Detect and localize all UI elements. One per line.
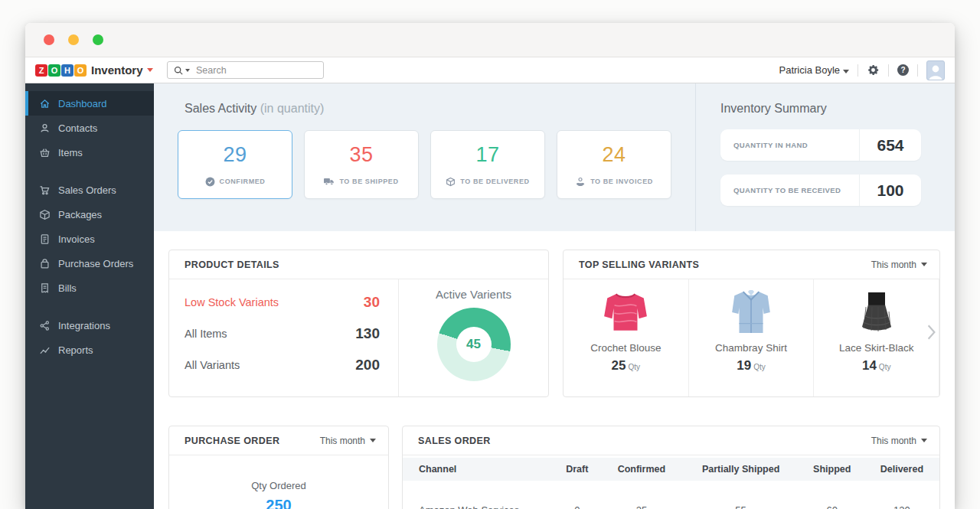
delivery-box-icon: [446, 177, 456, 187]
sidebar-item-contacts[interactable]: Contacts: [25, 116, 154, 140]
chevron-down-icon: [921, 263, 927, 266]
help-icon[interactable]: ?: [897, 64, 909, 76]
package-cube-icon: [38, 208, 51, 220]
app-window: Z O H O Inventory Search Patricia Boyle …: [25, 23, 955, 509]
top-selling-filter-dropdown[interactable]: This month: [871, 259, 927, 270]
variant-lace-skirt-black[interactable]: Lace Skirt-Black 14Qty: [814, 279, 939, 396]
sidebar-item-integrations[interactable]: Integrations: [25, 313, 154, 338]
bill-receipt-icon: [38, 282, 51, 294]
chambray-shirt-image: [728, 286, 774, 337]
sales-order-title: SALES ORDER: [418, 436, 491, 446]
search-input[interactable]: Search: [167, 61, 324, 79]
inventory-summary-section: Inventory Summary QUANTITY IN HAND 654 Q…: [695, 83, 955, 231]
sidebar-item-dashboard[interactable]: Dashboard: [25, 91, 154, 116]
search-scope-caret-icon[interactable]: [185, 69, 190, 72]
window-titlebar: [25, 23, 955, 57]
column-confirmed: Confirmed: [601, 464, 681, 475]
top-selling-title: TOP SELLING VARIANTS: [579, 259, 699, 270]
user-menu-caret-icon: [843, 70, 849, 73]
logo-tile-z: Z: [35, 64, 47, 77]
variant-chambray-shirt[interactable]: Chambray Shirt 19Qty: [689, 279, 815, 396]
zoom-window-button[interactable]: [93, 34, 103, 45]
sales-order-panel: SALES ORDER This month Channel Draft Con…: [402, 426, 940, 509]
sidebar-item-reports[interactable]: Reports: [25, 338, 154, 362]
confirmed-card[interactable]: 29 CONFIRMED: [178, 130, 292, 199]
crochet-blouse-image: [602, 286, 649, 337]
sidebar-group-gap: [25, 300, 154, 313]
product-name: Inventory: [91, 64, 143, 77]
zoho-logo[interactable]: Z O H O Inventory: [25, 64, 154, 77]
reports-chart-icon: [38, 344, 51, 356]
check-circle-icon: [205, 177, 215, 187]
org-switch-caret-icon[interactable]: [147, 68, 153, 72]
sales-activity-section: Sales Activity (in quantity) 29 CONFIRME…: [154, 83, 695, 231]
search-icon: [174, 66, 183, 75]
low-stock-variants-row[interactable]: Low Stock Variants 30: [185, 292, 380, 312]
column-partially-shipped: Partially Shipped: [681, 464, 799, 475]
minimize-window-button[interactable]: [68, 34, 79, 45]
to-be-invoiced-card[interactable]: 24 TO BE INVOICED: [557, 130, 671, 199]
variant-crochet-blouse[interactable]: Crochet Blouse 25Qty: [564, 279, 689, 396]
purchase-order-filter-dropdown[interactable]: This month: [320, 436, 376, 446]
to-be-shipped-card[interactable]: 35 TO BE SHIPPED: [304, 130, 419, 199]
user-menu[interactable]: Patricia Boyle: [779, 64, 849, 76]
sidebar-nav: Dashboard Contacts Items Sales Orders: [25, 83, 154, 509]
top-selling-variants-panel: TOP SELLING VARIANTS This month: [563, 250, 940, 397]
summary-strip: Sales Activity (in quantity) 29 CONFIRME…: [154, 83, 955, 231]
purchase-order-panel: PURCHASE ORDER This month Qty Ordered 25…: [168, 426, 389, 509]
close-window-button[interactable]: [44, 34, 54, 45]
column-draft: Draft: [553, 464, 601, 475]
dashboard-panels: PRODUCT DETAILS Low Stock Variants 30 Al…: [154, 231, 955, 509]
sidebar-item-sales-orders[interactable]: Sales Orders: [25, 178, 154, 202]
sales-order-table-header: Channel Draft Confirmed Partially Shippe…: [403, 458, 939, 481]
sidebar-group-gap: [25, 165, 154, 178]
qty-ordered-value: 250: [169, 497, 388, 509]
active-variants-label: Active Varients: [436, 288, 511, 301]
shopping-bag-icon: [38, 257, 51, 269]
inventory-summary-title: Inventory Summary: [720, 102, 955, 116]
sidebar-item-invoices[interactable]: Invoices: [25, 227, 154, 251]
all-items-row[interactable]: All Items 130: [185, 323, 380, 344]
sales-activity-title: Sales Activity (in quantity): [185, 102, 695, 116]
truck-icon: [324, 177, 335, 186]
chevron-down-icon: [921, 439, 927, 442]
app-header: Z O H O Inventory Search Patricia Boyle …: [25, 57, 955, 83]
lace-skirt-image: [855, 286, 898, 337]
column-delivered: Delivered: [864, 464, 939, 475]
hand-coin-icon: [575, 177, 586, 187]
integrations-icon: [38, 319, 51, 331]
user-avatar[interactable]: [926, 60, 945, 80]
search-placeholder: Search: [196, 65, 227, 76]
basket-icon: [38, 146, 51, 158]
carousel-next-chevron-icon[interactable]: [926, 324, 936, 344]
product-details-title: PRODUCT DETAILS: [185, 259, 279, 270]
logo-tile-h: H: [61, 64, 74, 77]
table-row: Amazon Web Services 0 25 55 60 120: [403, 498, 939, 509]
quantity-in-hand-row: QUANTITY IN HAND 654: [720, 129, 921, 161]
logo-tile-o2: O: [74, 64, 87, 77]
divider: [858, 64, 858, 77]
invoice-document-icon: [38, 233, 51, 245]
quantity-to-be-received-row: QUANTITY TO BE RECEIVED 100: [720, 175, 921, 206]
settings-gear-icon[interactable]: [867, 64, 880, 77]
qty-ordered-label: Qty Ordered: [169, 480, 388, 491]
sidebar-item-bills[interactable]: Bills: [25, 276, 154, 300]
to-be-delivered-card[interactable]: 17 TO BE DELIVERED: [430, 130, 545, 199]
donut-value: 45: [456, 327, 492, 362]
all-variants-row[interactable]: All Variants 200: [185, 354, 380, 375]
purchase-order-title: PURCHASE ORDER: [185, 436, 279, 446]
divider: [888, 64, 889, 77]
active-variants-donut: 45: [437, 308, 511, 381]
column-channel: Channel: [403, 464, 553, 475]
chevron-down-icon: [370, 439, 376, 442]
logo-tile-o1: O: [48, 64, 60, 77]
contact-person-icon: [38, 122, 51, 134]
product-details-panel: PRODUCT DETAILS Low Stock Variants 30 Al…: [168, 250, 549, 397]
person-silhouette-icon: [927, 63, 944, 80]
sidebar-item-items[interactable]: Items: [25, 140, 154, 165]
sales-order-filter-dropdown[interactable]: This month: [871, 436, 927, 446]
sidebar-item-purchase-orders[interactable]: Purchase Orders: [25, 251, 154, 276]
home-icon: [38, 97, 51, 109]
column-shipped: Shipped: [800, 464, 864, 475]
sidebar-item-packages[interactable]: Packages: [25, 202, 154, 227]
